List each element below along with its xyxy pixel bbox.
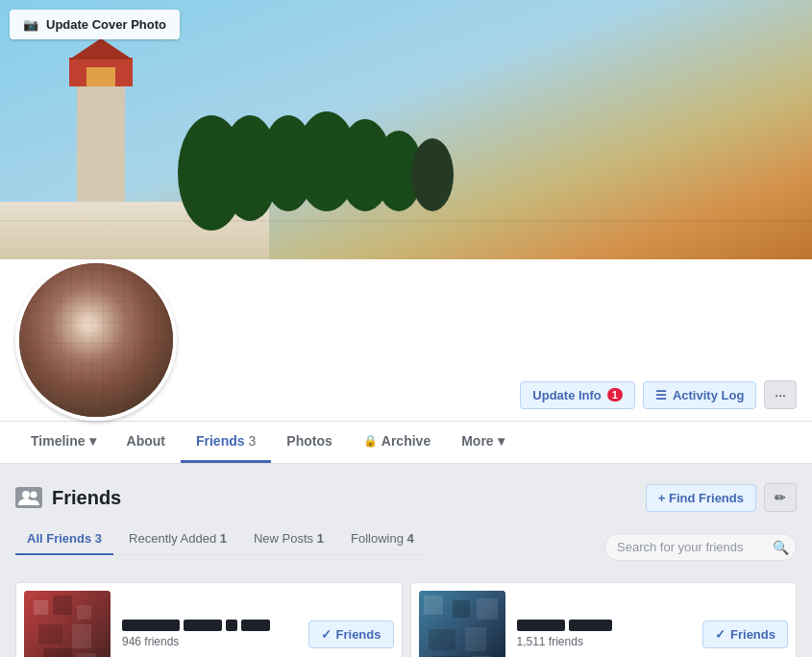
friends-icon bbox=[15, 487, 42, 508]
friend-avatar-2[interactable] bbox=[419, 591, 505, 657]
more-chevron-icon: ▾ bbox=[498, 433, 504, 449]
lock-icon: 🔒 bbox=[363, 434, 378, 448]
friend-info-1: 946 friends bbox=[122, 620, 297, 648]
more-options-button[interactable]: ··· bbox=[764, 380, 797, 409]
profile-info-bar: Update Info 1 ☰ Activity Log ··· bbox=[0, 259, 812, 421]
find-friends-button[interactable]: + Find Friends bbox=[646, 484, 756, 512]
camera-icon: 📷 bbox=[23, 17, 38, 32]
tab-more-label: More bbox=[461, 433, 493, 449]
tab-timeline[interactable]: Timeline ▾ bbox=[15, 422, 111, 463]
subtab-new-posts[interactable]: New Posts 1 bbox=[242, 523, 335, 555]
checkmark-icon-1: ✓ bbox=[321, 627, 332, 642]
subtab-following[interactable]: Following 4 bbox=[339, 523, 426, 555]
subtab-new-posts-count: 1 bbox=[317, 531, 324, 546]
main-content: Friends + Find Friends ✏ All Friends 3 R… bbox=[0, 483, 812, 657]
subtab-recently-added[interactable]: Recently Added 1 bbox=[117, 523, 238, 555]
svg-rect-27 bbox=[477, 598, 498, 620]
subtab-all-friends[interactable]: All Friends 3 bbox=[15, 523, 113, 555]
friend-name-block bbox=[226, 620, 237, 631]
tab-friends-label: Friends bbox=[196, 433, 245, 449]
svg-rect-29 bbox=[465, 627, 486, 651]
svg-rect-20 bbox=[38, 624, 62, 644]
svg-rect-17 bbox=[34, 600, 48, 615]
tab-about-label: About bbox=[127, 433, 165, 449]
svg-rect-23 bbox=[77, 653, 96, 657]
svg-point-15 bbox=[31, 492, 37, 499]
update-info-button[interactable]: Update Info 1 bbox=[520, 381, 635, 409]
friends-actions: + Find Friends ✏ bbox=[646, 483, 797, 512]
profile-action-buttons: Update Info 1 ☰ Activity Log ··· bbox=[520, 380, 797, 421]
friends-subtabs: All Friends 3 Recently Added 1 New Posts… bbox=[15, 523, 426, 555]
tab-about[interactable]: About bbox=[111, 422, 181, 463]
friend-name-block bbox=[241, 620, 270, 631]
profile-avatar[interactable] bbox=[15, 259, 177, 421]
friend-name-block bbox=[122, 620, 180, 631]
friends-section-title: Friends bbox=[52, 487, 121, 509]
friend-name-block bbox=[184, 620, 222, 631]
activity-log-label: Activity Log bbox=[673, 388, 744, 402]
activity-log-button[interactable]: ☰ Activity Log bbox=[643, 381, 756, 409]
chevron-down-icon: ▾ bbox=[89, 433, 96, 449]
friend-btn-label-2: Friends bbox=[730, 627, 775, 642]
update-info-label: Update Info bbox=[532, 388, 602, 402]
search-icon: 🔍 bbox=[773, 540, 789, 555]
search-icon-button[interactable]: 🔍 bbox=[773, 540, 789, 555]
update-cover-photo-label: Update Cover Photo bbox=[46, 17, 166, 32]
friend-card-2: 1,511 friends ✓ Friends bbox=[410, 582, 798, 657]
list-icon: ☰ bbox=[655, 388, 667, 402]
svg-rect-25 bbox=[424, 596, 443, 615]
find-friends-label: + Find Friends bbox=[658, 491, 744, 505]
profile-nav-tabs: Timeline ▾ About Friends 3 Photos 🔒 Arch… bbox=[0, 421, 812, 463]
friend-info-2: 1,511 friends bbox=[517, 620, 692, 648]
svg-rect-26 bbox=[453, 600, 470, 618]
tab-photos-label: Photos bbox=[286, 433, 332, 449]
friend-name-1 bbox=[122, 620, 297, 631]
subtab-all-count: 3 bbox=[95, 531, 102, 546]
friend-count-2: 1,511 friends bbox=[517, 635, 692, 648]
friends-grid: 946 friends ✓ Friends bbox=[15, 582, 797, 657]
cover-photo-area: 📷 Update Cover Photo bbox=[0, 0, 812, 298]
friend-count-1: 946 friends bbox=[122, 635, 297, 648]
subtab-following-label: Following bbox=[351, 531, 404, 546]
dots-icon: ··· bbox=[775, 387, 786, 402]
checkmark-icon-2: ✓ bbox=[715, 627, 726, 642]
tab-photos[interactable]: Photos bbox=[271, 422, 347, 463]
update-cover-photo-button[interactable]: 📷 Update Cover Photo bbox=[10, 10, 180, 39]
tab-archive-label: Archive bbox=[381, 433, 431, 449]
cover-photo-image bbox=[0, 0, 812, 298]
tab-friends-count: 3 bbox=[249, 433, 257, 449]
tab-friends[interactable]: Friends 3 bbox=[181, 422, 271, 463]
friends-header: Friends + Find Friends ✏ bbox=[15, 483, 797, 512]
friends-search-input[interactable] bbox=[604, 533, 797, 561]
subtab-following-count: 4 bbox=[407, 531, 414, 546]
subtab-recently-added-count: 1 bbox=[220, 531, 227, 546]
tab-timeline-label: Timeline bbox=[31, 433, 86, 449]
friend-card-1: 946 friends ✓ Friends bbox=[15, 582, 403, 657]
edit-friends-button[interactable]: ✏ bbox=[764, 483, 797, 512]
svg-rect-28 bbox=[429, 629, 455, 650]
subtab-new-posts-label: New Posts bbox=[254, 531, 313, 546]
update-info-badge: 1 bbox=[607, 388, 623, 402]
friend-name-block bbox=[569, 620, 612, 631]
svg-rect-18 bbox=[53, 596, 72, 615]
friends-search-wrapper: 🔍 bbox=[604, 533, 797, 561]
friend-button-2[interactable]: ✓ Friends bbox=[702, 620, 788, 648]
svg-point-14 bbox=[22, 491, 30, 499]
edit-icon: ✏ bbox=[775, 490, 786, 505]
friend-name-2 bbox=[517, 620, 692, 631]
tab-more[interactable]: More ▾ bbox=[446, 422, 519, 463]
friend-name-block bbox=[517, 620, 565, 631]
friend-avatar-1[interactable] bbox=[24, 591, 111, 657]
profile-section: Update Info 1 ☰ Activity Log ··· Timelin… bbox=[0, 259, 812, 464]
avatar-wrapper bbox=[15, 259, 177, 421]
friend-btn-label-1: Friends bbox=[336, 627, 381, 642]
friends-title: Friends bbox=[15, 487, 121, 509]
svg-rect-22 bbox=[43, 648, 72, 657]
subtabs-search-row: All Friends 3 Recently Added 1 New Posts… bbox=[15, 523, 797, 571]
subtab-all-label: All Friends bbox=[27, 531, 91, 546]
friend-button-1[interactable]: ✓ Friends bbox=[308, 620, 394, 648]
tab-archive[interactable]: 🔒 Archive bbox=[348, 422, 446, 463]
svg-rect-21 bbox=[72, 624, 91, 648]
subtab-recently-added-label: Recently Added bbox=[129, 531, 216, 546]
svg-rect-19 bbox=[77, 605, 91, 620]
